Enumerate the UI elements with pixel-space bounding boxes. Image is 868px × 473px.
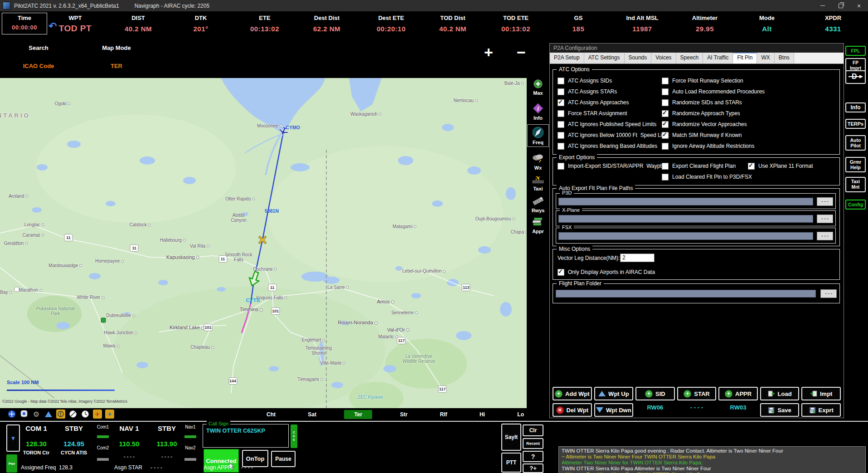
tab-p2a-setup[interactable]: P2A Setup — [550, 53, 584, 63]
nav1-standby-freq[interactable]: 113.90 — [156, 440, 177, 448]
checkbox-force-star-assignment[interactable] — [558, 110, 564, 117]
help-button[interactable]: ? — [523, 451, 543, 462]
checkbox-auto-load-recommended-procedures[interactable] — [662, 88, 669, 95]
tab-flt-pln[interactable]: Flt Pln — [733, 53, 757, 63]
nav2-selector-label[interactable]: Nav2 — [185, 445, 195, 450]
tab-voices[interactable]: Voices — [651, 53, 676, 63]
terps-button[interactable]: TERPs — [845, 119, 866, 129]
flight-plan-folder-browse-button[interactable]: - - - — [820, 289, 837, 298]
checkbox-import-export-sid-star-appr-waypts[interactable] — [558, 163, 564, 170]
map-mode-ter[interactable]: Ter — [344, 410, 372, 419]
north-up-icon[interactable] — [44, 410, 53, 419]
checkbox-randomize-sids-and-stars[interactable] — [662, 99, 669, 106]
checkbox-atc-assigns-approaches[interactable] — [558, 99, 564, 106]
map-button-wx[interactable]: Wx — [527, 152, 549, 171]
traffic-blue-icon[interactable]: ✈ — [105, 410, 114, 419]
taxi-mnt-button[interactable]: Taxi Mnt — [845, 177, 866, 192]
help-plus-button[interactable]: ?+ — [523, 463, 543, 473]
checkbox-randomize-approach-types[interactable] — [662, 110, 669, 117]
tab-sounds[interactable]: Sounds — [625, 53, 652, 63]
gps-icon[interactable] — [7, 410, 16, 419]
fsx-browse-button[interactable]: - - - — [817, 232, 833, 240]
add-wpt-button[interactable]: +Add Wpt — [553, 387, 592, 400]
pause-button[interactable]: Pause — [271, 451, 296, 467]
recent-button[interactable]: Recent — [523, 438, 543, 449]
checkbox-atc-assigns-sids[interactable] — [558, 78, 564, 84]
map-button-freq[interactable]: Freq — [527, 124, 549, 147]
zoom-out-button[interactable]: − — [517, 45, 526, 59]
checkbox-randomize-vector-approaches[interactable] — [662, 121, 669, 128]
close-button[interactable]: × — [850, 0, 868, 11]
map-button-appr[interactable]: Appr — [527, 216, 549, 234]
sid-button[interactable]: +SID — [635, 387, 675, 400]
nav1-selector-label[interactable]: Nav1 — [185, 424, 195, 429]
direct-to-button[interactable]: D — [845, 70, 866, 84]
map-mode-hi[interactable]: Hi — [475, 410, 490, 419]
search-mode-selector[interactable]: ICAO Code — [11, 63, 66, 69]
checkbox-atc-ignores-bearing-based-altitudes[interactable] — [558, 143, 564, 150]
grmr-help-button[interactable]: Grmr Help — [845, 157, 866, 172]
map-mode-rlf[interactable]: Rlf — [436, 410, 452, 419]
tab-atc-settings[interactable]: ATC Settings — [584, 53, 625, 63]
exprt-button[interactable]: Exprt — [801, 403, 841, 417]
map-mode-selector[interactable]: TER — [89, 63, 144, 69]
vector-leg-input[interactable]: 2 — [620, 254, 655, 262]
checkbox-atc-assigns-stars[interactable] — [558, 88, 564, 95]
map-mode-str[interactable]: Str — [396, 410, 412, 419]
impt-button[interactable]: Impt — [801, 387, 841, 400]
com1-selector-label[interactable]: Com1 — [97, 424, 109, 429]
map-button-rwys[interactable]: ✈ Rwys — [527, 195, 549, 213]
checkbox-load-cleared-flt-pln-to-p3d-fsx[interactable] — [662, 174, 669, 180]
checkbox-atc-ignores-below-10000-ft-speed-limit[interactable] — [558, 132, 564, 139]
wpt-up-button[interactable]: Wpt Up — [594, 387, 634, 400]
map-mode-cht[interactable]: Cht — [262, 410, 280, 419]
tab-btns[interactable]: Btns — [775, 53, 794, 63]
com1-active-freq[interactable]: 128.30 — [26, 440, 47, 448]
minimize-button[interactable] — [814, 0, 832, 11]
load-button[interactable]: Load — [760, 387, 800, 400]
appr-button[interactable]: +APPR — [718, 387, 758, 400]
clock-icon[interactable] — [81, 410, 90, 419]
config-button[interactable]: Config — [845, 200, 866, 210]
chk-button[interactable]: Chk — [291, 424, 297, 448]
wpt-dwn-button[interactable]: Wpt Dwn — [594, 403, 634, 417]
checkbox-force-pilot-runway-selection[interactable] — [662, 78, 669, 84]
ptt-button[interactable]: PTT — [501, 453, 521, 473]
map-mode-sat[interactable]: Sat — [303, 410, 321, 419]
restore-button[interactable] — [832, 0, 850, 11]
p3d-path-field[interactable] — [558, 198, 813, 205]
tab-wx[interactable]: WX — [757, 53, 774, 63]
traffic-red-icon[interactable]: ✈ — [93, 410, 102, 419]
clr-button[interactable]: Clr — [523, 424, 543, 436]
save-button[interactable]: Save — [760, 403, 800, 417]
map-mode-lo[interactable]: Lo — [513, 410, 529, 419]
checkbox-use-xplane-11-format[interactable] — [748, 163, 755, 170]
checkbox-atc-ignores-published-speed-limits[interactable] — [558, 121, 564, 128]
flight-plan-folder-field[interactable] — [556, 290, 816, 297]
range-rings-icon[interactable] — [68, 410, 78, 419]
tab-ai-traffic[interactable]: AI Traffic — [703, 53, 733, 63]
fsx-path-field[interactable] — [558, 232, 813, 240]
checkbox-only-display-airports-in-airac-data[interactable] — [558, 269, 564, 276]
atc-message-log[interactable]: TWIN OTTER Sierra Kilo Papa good evening… — [558, 446, 866, 473]
del-wpt-button[interactable]: ✕Del Wpt — [553, 403, 592, 417]
star-button[interactable]: +STAR — [677, 387, 717, 400]
settings-gear-icon[interactable]: ⚙ — [32, 410, 41, 419]
com1-standby-freq[interactable]: 124.95 — [63, 440, 84, 448]
radio-panel-dropdown[interactable]: ▼ — [6, 424, 20, 452]
marker-icon[interactable] — [19, 410, 29, 419]
xplane-path-field[interactable] — [558, 215, 813, 223]
com2-selector-label[interactable]: Com2 — [97, 445, 109, 450]
auto-pilot-button[interactable]: Auto Pilot — [845, 135, 866, 151]
info-button[interactable]: Info — [845, 102, 866, 112]
map-button-max[interactable]: Max — [527, 78, 549, 96]
xplane-browse-button[interactable]: - - - — [817, 215, 833, 223]
checkbox-match-sim-runway-if-known[interactable] — [662, 132, 669, 139]
sayit-button[interactable]: SayIt — [501, 424, 521, 451]
call-sign-value[interactable]: TWIN OTTER C62SKP — [206, 428, 265, 434]
checkbox-export-cleared-flight-plan[interactable] — [662, 163, 669, 170]
fpl-button[interactable]: FPL — [845, 46, 866, 56]
map-button-taxi[interactable]: ✈ Taxi — [527, 173, 549, 191]
power-button[interactable]: Pwr — [6, 454, 17, 473]
config-window-title[interactable]: P2A Configuration — [550, 44, 844, 53]
